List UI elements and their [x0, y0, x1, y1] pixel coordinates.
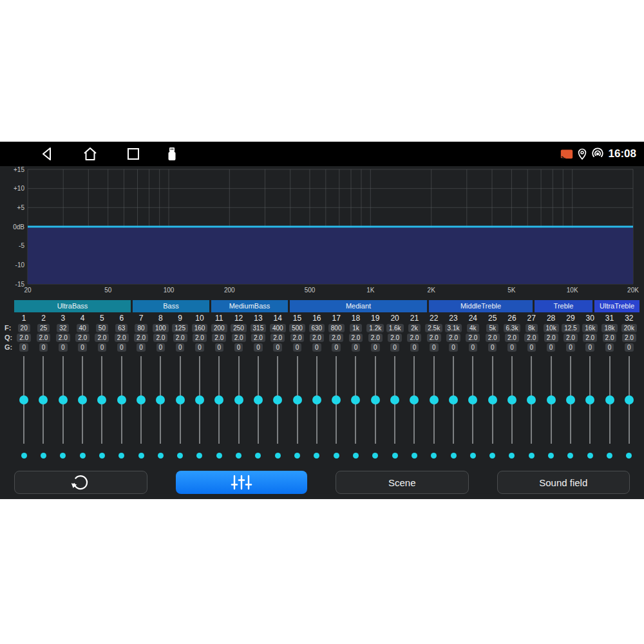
band-gain-chip[interactable]: 0: [390, 343, 399, 352]
band-q-chip[interactable]: 2.0: [153, 334, 167, 342]
band-gain-chip[interactable]: 0: [293, 343, 302, 352]
band-frequency-chip[interactable]: 800: [328, 324, 345, 332]
band-group-ultrabass[interactable]: UltraBass: [14, 300, 131, 312]
band-slider[interactable]: [112, 354, 131, 446]
slider-thumb[interactable]: [176, 395, 185, 404]
band-gain-chip[interactable]: 0: [176, 343, 185, 352]
band-gain-chip[interactable]: 0: [312, 343, 321, 352]
band-slider[interactable]: [463, 354, 482, 446]
band-slider[interactable]: [171, 354, 190, 446]
slider-thumb[interactable]: [97, 395, 106, 404]
band-q-chip[interactable]: 2.0: [290, 334, 305, 342]
slider-thumb[interactable]: [625, 395, 634, 404]
band-slider[interactable]: [444, 354, 463, 446]
band-slider[interactable]: [190, 354, 209, 446]
band-q-chip[interactable]: 2.0: [173, 334, 187, 342]
band-slider[interactable]: [73, 354, 92, 446]
slider-thumb[interactable]: [293, 395, 302, 404]
band-frequency-chip[interactable]: 40: [77, 324, 89, 332]
slider-thumb[interactable]: [19, 395, 28, 404]
band-slider[interactable]: [14, 354, 33, 446]
band-gain-chip[interactable]: 0: [547, 343, 556, 352]
slider-thumb[interactable]: [78, 395, 87, 404]
band-frequency-chip[interactable]: 16k: [582, 324, 598, 332]
band-frequency-chip[interactable]: 63: [115, 324, 128, 332]
band-q-chip[interactable]: 2.0: [368, 334, 383, 342]
reset-button[interactable]: [14, 471, 147, 494]
slider-thumb[interactable]: [430, 395, 439, 404]
band-gain-chip[interactable]: 0: [117, 343, 126, 352]
band-frequency-chip[interactable]: 3.1k: [445, 324, 462, 332]
band-slider[interactable]: [33, 354, 53, 446]
band-slider[interactable]: [327, 354, 346, 446]
band-slider[interactable]: [268, 354, 287, 446]
band-q-chip[interactable]: 2.0: [232, 334, 246, 342]
band-slider[interactable]: [620, 354, 639, 446]
band-frequency-chip[interactable]: 100: [153, 324, 169, 332]
band-gain-chip[interactable]: 0: [156, 343, 166, 352]
band-gain-chip[interactable]: 0: [625, 343, 634, 352]
band-gain-chip[interactable]: 0: [195, 343, 204, 352]
band-frequency-chip[interactable]: 500: [289, 324, 305, 332]
band-q-chip[interactable]: 2.0: [75, 334, 90, 342]
band-slider[interactable]: [249, 354, 268, 446]
band-slider[interactable]: [229, 354, 248, 446]
slider-thumb[interactable]: [39, 395, 48, 404]
band-frequency-chip[interactable]: 5k: [486, 324, 498, 332]
band-q-chip[interactable]: 2.0: [193, 334, 207, 342]
band-gain-chip[interactable]: 0: [332, 343, 341, 352]
recents-icon[interactable]: [125, 146, 142, 162]
band-gain-chip[interactable]: 0: [430, 343, 439, 352]
slider-thumb[interactable]: [507, 395, 516, 404]
band-slider[interactable]: [346, 354, 365, 446]
band-frequency-chip[interactable]: 50: [96, 324, 108, 332]
band-slider[interactable]: [131, 354, 151, 446]
band-frequency-chip[interactable]: 200: [211, 324, 227, 332]
band-gain-chip[interactable]: 0: [137, 343, 146, 352]
band-q-chip[interactable]: 2.0: [505, 334, 519, 342]
band-gain-chip[interactable]: 0: [469, 343, 478, 352]
band-q-chip[interactable]: 2.0: [466, 334, 480, 342]
home-icon[interactable]: [82, 146, 99, 162]
slider-thumb[interactable]: [410, 395, 419, 404]
band-q-chip[interactable]: 2.0: [95, 334, 109, 342]
equalizer-button[interactable]: [176, 471, 308, 494]
band-frequency-chip[interactable]: 18k: [601, 324, 617, 332]
slider-thumb[interactable]: [195, 395, 204, 404]
slider-thumb[interactable]: [390, 395, 399, 404]
band-frequency-chip[interactable]: 2k: [408, 324, 421, 332]
band-gain-chip[interactable]: 0: [215, 343, 224, 352]
slider-thumb[interactable]: [117, 395, 126, 404]
band-frequency-chip[interactable]: 32: [57, 324, 69, 332]
slider-thumb[interactable]: [527, 395, 536, 404]
band-group-treble[interactable]: Treble: [535, 300, 592, 312]
slider-thumb[interactable]: [605, 395, 614, 404]
band-slider[interactable]: [287, 354, 307, 446]
band-gain-chip[interactable]: 0: [254, 343, 263, 352]
band-q-chip[interactable]: 2.0: [407, 334, 421, 342]
band-q-chip[interactable]: 2.0: [212, 334, 226, 342]
band-frequency-chip[interactable]: 20: [18, 324, 30, 332]
band-group-mediumbass[interactable]: MediumBass: [211, 300, 288, 312]
slider-thumb[interactable]: [371, 395, 380, 404]
band-frequency-chip[interactable]: 125: [172, 324, 188, 332]
band-frequency-chip[interactable]: 4k: [467, 324, 479, 332]
band-q-chip[interactable]: 2.0: [251, 334, 265, 342]
band-slider[interactable]: [502, 354, 522, 446]
band-gain-chip[interactable]: 0: [605, 343, 614, 352]
slider-thumb[interactable]: [273, 395, 282, 404]
band-slider[interactable]: [307, 354, 327, 446]
band-q-chip[interactable]: 2.0: [622, 334, 636, 342]
slider-thumb[interactable]: [59, 395, 68, 404]
slider-thumb[interactable]: [234, 395, 243, 404]
band-slider[interactable]: [404, 354, 424, 446]
slider-thumb[interactable]: [156, 395, 165, 404]
band-q-chip[interactable]: 2.0: [349, 334, 363, 342]
band-q-chip[interactable]: 2.0: [388, 334, 402, 342]
band-gain-chip[interactable]: 0: [234, 343, 243, 352]
band-frequency-chip[interactable]: 1.2k: [366, 324, 384, 332]
band-slider[interactable]: [483, 354, 502, 446]
band-gain-chip[interactable]: 0: [507, 343, 516, 352]
band-group-bass[interactable]: Bass: [133, 300, 209, 312]
slider-thumb[interactable]: [351, 395, 360, 404]
